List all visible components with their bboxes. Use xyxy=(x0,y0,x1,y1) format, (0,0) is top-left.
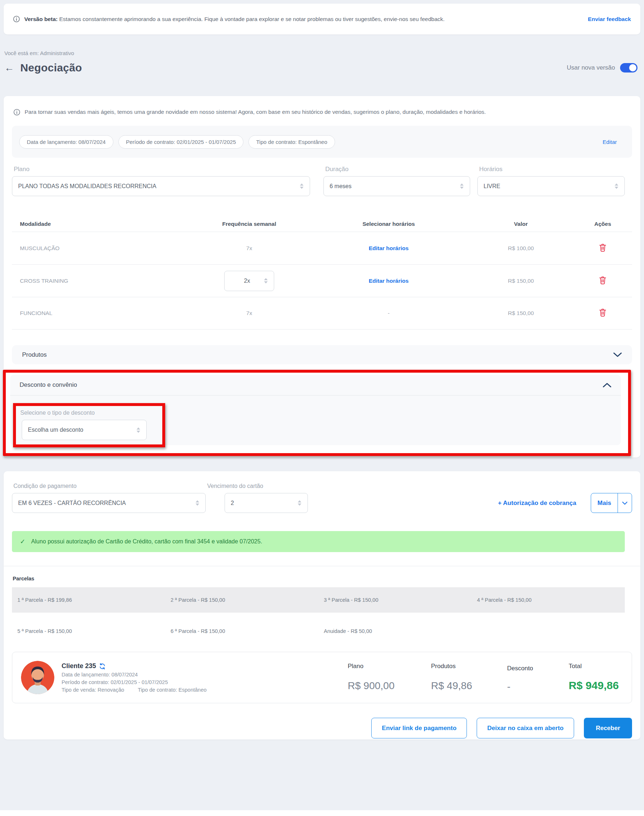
toggle-knob xyxy=(629,64,636,71)
chevron-down-icon xyxy=(622,501,628,505)
trash-icon[interactable] xyxy=(599,276,607,284)
client-name: Cliente 235 xyxy=(61,662,96,670)
header-selecionar-horarios: Selecionar horários xyxy=(309,221,468,227)
modality-value: R$ 150,00 xyxy=(468,310,573,317)
client-contract-period: Período de contrato: 02/01/2025 - 01/07/… xyxy=(61,679,348,685)
sort-arrows-icon xyxy=(297,500,302,506)
sort-arrows-icon xyxy=(614,183,619,189)
accordion-produtos-label: Produtos xyxy=(22,351,613,358)
modality-frequency: 7x xyxy=(189,245,309,252)
parcela-item: 2 ª Parcela - R$ 150,00 xyxy=(170,597,324,603)
beta-banner: Versão beta: Estamos constantemente apri… xyxy=(4,4,640,34)
sort-arrows-icon xyxy=(136,427,141,433)
tag-contract-period: Período de contrato: 02/01/2025 - 01/07/… xyxy=(118,135,244,149)
summary-produtos: Produtos R$ 49,86 xyxy=(431,663,507,692)
swap-client-icon[interactable] xyxy=(99,663,106,670)
accordion-produtos[interactable]: Produtos xyxy=(12,345,632,364)
duration-column: Duração 6 meses xyxy=(324,166,470,196)
parcela-item: 3 ª Parcela - R$ 150,00 xyxy=(324,597,477,603)
card-due-select[interactable]: 2 xyxy=(225,493,308,513)
accordion-desconto-section: Desconto e convênio Selecione o tipo de … xyxy=(10,375,621,445)
suggestion-info-text: Para tornar suas vendas mais ágeis, temo… xyxy=(25,109,486,115)
sort-arrows-icon xyxy=(264,278,268,284)
total-value: R$ 949,86 xyxy=(569,679,623,692)
table-row: FUNCIONAL 7x - R$ 150,00 xyxy=(12,297,632,329)
tag-contract-type: Tipo de contrato: Espontâneo xyxy=(248,135,335,149)
sort-arrows-icon xyxy=(195,500,199,506)
card-authorization-alert-text: Aluno possui autorização de Cartão de Cr… xyxy=(31,538,262,545)
schedule-label: Horários xyxy=(477,166,625,173)
leave-open-cash-button[interactable]: Deixar no caixa em aberto xyxy=(477,718,574,738)
payment-condition-column: Condição de pagamento EM 6 VEZES - CARTÃ… xyxy=(12,483,206,513)
title-row: ← Negociação Usar nova versão xyxy=(5,60,640,76)
header-valor: Valor xyxy=(468,221,573,227)
payment-card: Condição de pagamento EM 6 VEZES - CARTÃ… xyxy=(4,471,640,739)
client-summary-card: Cliente 235 Data de lançamento: 08/07/20… xyxy=(12,652,632,703)
toggle-label: Usar nova versão xyxy=(567,64,615,71)
accordion-desconto[interactable]: Desconto e convênio xyxy=(10,375,621,395)
billing-authorization-link[interactable]: + Autorização de cobrança xyxy=(498,499,576,507)
info-icon xyxy=(14,109,20,116)
card-authorization-alert: ✓ Aluno possui autorização de Cartão de … xyxy=(12,531,625,552)
parcelas-row-1: 1 ª Parcela - R$ 199,86 2 ª Parcela - R$… xyxy=(12,587,625,613)
duration-label: Duração xyxy=(324,166,470,173)
summary-plano: Plano R$ 900,00 xyxy=(348,663,431,692)
client-launch-date: Data de lançamento: 08/07/2024 xyxy=(61,672,348,678)
table-header-row: Modalidade Frequência semanal Selecionar… xyxy=(12,217,632,232)
plan-select[interactable]: PLANO TODAS AS MODALIDADES RECORRENCIA xyxy=(12,176,310,196)
edit-contract-link[interactable]: Editar xyxy=(603,139,625,145)
client-contract-type: Tipo de contrato: Espontâneo xyxy=(138,687,207,693)
suggestion-info: Para tornar suas vendas mais ágeis, temo… xyxy=(12,109,632,116)
chevron-up-icon xyxy=(603,383,612,387)
header-frequencia: Frequência semanal xyxy=(189,221,309,227)
modality-name: FUNCIONAL xyxy=(12,310,189,317)
edit-schedule-link[interactable]: Editar horários xyxy=(369,278,409,284)
table-row: MUSCULAÇÃO 7x Editar horários R$ 100,00 xyxy=(12,232,632,264)
new-version-toggle[interactable] xyxy=(620,63,638,72)
annotation-outer-box: Desconto e convênio Selecione o tipo de … xyxy=(3,370,631,456)
beta-banner-text: Versão beta: Estamos constantemente apri… xyxy=(24,16,584,23)
action-buttons-row: Enviar link de pagamento Deixar no caixa… xyxy=(12,718,632,738)
summary-desconto: Desconto - xyxy=(507,663,569,692)
schedule-column: Horários LIVRE xyxy=(483,166,625,196)
bottom-strip xyxy=(0,810,644,816)
table-row: CROSS TRAINING 2x Editar horários R$ 150… xyxy=(12,264,632,297)
back-arrow-icon[interactable]: ← xyxy=(5,62,20,74)
modality-name: MUSCULAÇÃO xyxy=(12,245,189,252)
trash-icon[interactable] xyxy=(599,243,607,252)
duration-select[interactable]: 6 meses xyxy=(324,176,470,196)
page-title: Negociação xyxy=(20,61,82,74)
more-button-label[interactable]: Mais xyxy=(591,493,618,513)
frequency-select[interactable]: 2x xyxy=(224,271,274,291)
payment-condition-select[interactable]: EM 6 VEZES - CARTÃO RECORRÊNCIA xyxy=(12,493,206,513)
info-icon xyxy=(13,15,20,23)
receive-button[interactable]: Receber xyxy=(584,718,632,738)
client-sale-type: Tipo de venda: Renovação xyxy=(61,687,124,693)
parcela-item: 5 ª Parcela - R$ 150,00 xyxy=(17,628,170,634)
schedule-select[interactable]: LIVRE xyxy=(477,176,625,196)
parcela-item: 4 ª Parcela - R$ 150,00 xyxy=(477,597,630,603)
payment-selects-row: Condição de pagamento EM 6 VEZES - CARTÃ… xyxy=(12,483,632,513)
modality-frequency: 7x xyxy=(189,310,309,317)
sort-arrows-icon xyxy=(460,183,464,189)
more-dropdown-toggle[interactable] xyxy=(618,493,632,513)
contract-tags-bar: Data de lançamento: 08/07/2024 Período d… xyxy=(12,126,632,158)
parcela-item: 6 ª Parcela - R$ 150,00 xyxy=(170,628,324,634)
more-split-button[interactable]: Mais xyxy=(591,493,632,513)
sort-arrows-icon xyxy=(299,183,304,189)
send-feedback-link[interactable]: Enviar feedback xyxy=(588,16,631,23)
parcelas-label: Parcelas xyxy=(12,576,632,581)
discount-select[interactable]: Escolha um desconto xyxy=(22,420,147,440)
plan-selects-row: Plano PLANO TODAS AS MODALIDADES RECORRE… xyxy=(12,166,632,196)
totals-summary: Plano R$ 900,00 Produtos R$ 49,86 Descon… xyxy=(348,663,623,692)
plan-column: Plano PLANO TODAS AS MODALIDADES RECORRE… xyxy=(12,166,310,196)
client-info: Cliente 235 Data de lançamento: 08/07/20… xyxy=(61,662,348,693)
modality-value: R$ 150,00 xyxy=(468,278,573,284)
modality-schedule: - xyxy=(309,310,468,317)
send-payment-link-button[interactable]: Enviar link de pagamento xyxy=(371,718,467,738)
trash-icon[interactable] xyxy=(599,308,607,317)
discount-type-label: Selecione o tipo de desconto xyxy=(20,410,158,416)
edit-schedule-link[interactable]: Editar horários xyxy=(369,245,409,251)
header-acoes: Ações xyxy=(573,221,632,227)
parcela-item: 1 ª Parcela - R$ 199,86 xyxy=(17,597,170,603)
